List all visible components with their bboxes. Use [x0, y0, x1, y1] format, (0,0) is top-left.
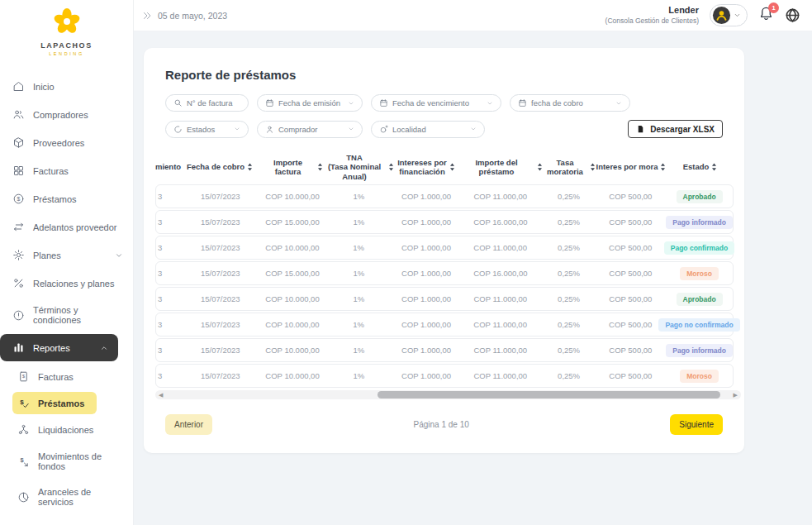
scrollbar-thumb[interactable]: [378, 391, 720, 399]
cell-6: 0,25%: [542, 243, 595, 252]
status-badge: Pago confirmado: [664, 241, 734, 255]
filter-collection-date[interactable]: fecha de cobro: [510, 94, 630, 112]
previous-page-button[interactable]: Anterior: [165, 414, 212, 435]
column-header-8[interactable]: Estado: [667, 162, 734, 171]
table-row[interactable]: 315/07/2023COP 10.000,001%COP 1.000,00CO…: [155, 364, 734, 388]
sidebar-item-reportes-prestamos[interactable]: $Préstamos: [12, 392, 97, 414]
svg-text:$: $: [22, 374, 26, 379]
column-label: Importe factura: [261, 158, 315, 177]
sort-icon: [660, 163, 666, 171]
cell-5: COP 11.000,00: [458, 371, 543, 380]
download-xlsx-button[interactable]: Descargar XLSX: [628, 120, 723, 138]
table-row[interactable]: 315/07/2023COP 10.000,001%COP 1.000,00CO…: [155, 338, 734, 362]
cell-7: COP 500,00: [595, 371, 666, 380]
status-badge: Aprobado: [677, 293, 723, 306]
table-row[interactable]: 315/07/2023COP 10.000,001%COP 1.000,00CO…: [155, 184, 734, 208]
sidebar-item-label: Relaciones y planes: [33, 279, 114, 289]
sidebar-item-reportes[interactable]: Reportes: [0, 334, 118, 361]
cell-3: 1%: [323, 243, 394, 252]
cell-7: COP 500,00: [595, 269, 666, 278]
cell-4: COP 1.000,00: [394, 243, 458, 252]
cell-2: COP 10.000,00: [262, 346, 324, 355]
table-row[interactable]: 315/07/2023COP 10.000,001%COP 1.000,00CO…: [155, 287, 734, 311]
invoice-number-input[interactable]: [187, 98, 240, 107]
sidebar-item-aranceles-de-servicios[interactable]: Aranceles de servicios: [0, 480, 133, 513]
report-loans-icon: $: [17, 397, 30, 409]
user-menu-button[interactable]: [710, 4, 748, 26]
report-invoices-icon: $: [17, 370, 30, 383]
cell-2: COP 10.000,00: [262, 243, 324, 252]
cell-6: 0,25%: [542, 320, 595, 329]
filter-placeholder: Fecha de vencimiento: [392, 98, 469, 107]
sidebar-item-proveedores[interactable]: Proveedores: [0, 130, 133, 155]
cell-5: COP 11.000,00: [458, 192, 543, 201]
cell-6: 0,25%: [543, 371, 596, 380]
column-header-4[interactable]: Intereses porfinanciación: [394, 158, 458, 177]
filter-issue-date[interactable]: Fecha de emisión: [257, 94, 363, 112]
sidebar-item-label: Inicio: [33, 82, 55, 92]
table-row[interactable]: 315/07/2023COP 15.000,001%COP 1.000,00CO…: [155, 210, 734, 234]
language-globe-button[interactable]: [785, 7, 800, 23]
sidebar-item-facturas[interactable]: Facturas: [0, 158, 133, 184]
page-indicator: Página 1 de 10: [212, 420, 670, 429]
column-header-2[interactable]: Importe factura: [261, 158, 323, 177]
sidebar-item-prestamos[interactable]: $Préstamos: [0, 186, 133, 212]
scroll-right-arrow-icon[interactable]: ▶: [734, 392, 738, 398]
filter-due-date[interactable]: Fecha de vencimiento: [371, 94, 501, 112]
app-root: LAPACHOS LENDING InicioCompradoresProvee…: [0, 0, 812, 525]
table-row[interactable]: 315/07/2023COP 10.000,001%COP 1.000,00CO…: [155, 236, 734, 260]
column-header-3[interactable]: TNA(Tasa Nominal Anual): [323, 153, 394, 181]
sidebar-item-terminos-y-condiciones[interactable]: Términos y condiciones: [0, 298, 133, 332]
filter-buyer[interactable]: Comprador: [257, 121, 363, 138]
sidebar-item-relaciones-y-planes[interactable]: Relaciones y planes: [0, 270, 133, 296]
sidebar-item-label: Aranceles de servicios: [38, 487, 123, 507]
horizontal-scrollbar[interactable]: ◀ ▶: [155, 390, 741, 399]
column-header-1[interactable]: Fecha de cobro: [178, 162, 261, 171]
sidebar-item-compradores[interactable]: Compradores: [0, 102, 133, 127]
cell-3: 1%: [323, 371, 394, 380]
page-title: Reporte de préstamos: [165, 68, 723, 82]
sidebar-item-label: Movimientos de fondos: [38, 451, 123, 471]
sidebar-item-movimientos-de-fondos[interactable]: $Movimientos de fondos: [0, 445, 133, 478]
sidebar-item-reportes-facturas[interactable]: $Facturas: [0, 364, 133, 389]
status-badge: Moroso: [680, 370, 719, 383]
cell-estado: Aprobado: [666, 190, 733, 203]
sidebar-item-label: Términos y condiciones: [33, 305, 123, 325]
cell-3: 1%: [323, 269, 394, 278]
cell-estado: Moroso: [666, 267, 733, 280]
settlements-icon: [17, 423, 30, 436]
column-header-7[interactable]: Interes por mora: [596, 162, 667, 171]
cell-0: 3: [156, 217, 179, 227]
cell-estado: Pago no confirmado: [666, 318, 733, 332]
column-header-6[interactable]: Tasa moratoria: [543, 158, 596, 177]
status-badge: Aprobado: [677, 190, 723, 203]
sidebar-item-liquidaciones[interactable]: Liquidaciones: [0, 417, 133, 442]
filter-locality[interactable]: Localidad: [371, 121, 485, 138]
fees-icon: [17, 491, 30, 504]
cell-5: COP 11.000,00: [458, 320, 543, 329]
loans-icon: $: [12, 193, 25, 205]
column-header-5[interactable]: Importe del préstamo: [458, 158, 543, 177]
topbar: 05 de mayo, 2023 Lender (Consola Gestión…: [134, 0, 812, 31]
calendar-icon: [518, 98, 527, 107]
cell-0: 3: [156, 294, 179, 303]
double-chevron-right-icon[interactable]: [142, 11, 152, 21]
scroll-left-arrow-icon[interactable]: ◀: [159, 392, 163, 398]
sort-icon: [590, 163, 596, 171]
sidebar-item-adelantos-proveedor[interactable]: Adelantos proveedor: [0, 214, 133, 240]
cell-2: COP 15.000,00: [262, 269, 324, 278]
filter-invoice-number[interactable]: [165, 94, 249, 112]
relations-icon: [12, 277, 25, 289]
cell-2: COP 10.000,00: [262, 320, 324, 329]
sidebar-item-planes[interactable]: Planes: [0, 242, 133, 268]
table-row[interactable]: 315/07/2023COP 15.000,001%COP 1.000,00CO…: [155, 261, 734, 285]
cell-0: 3: [156, 269, 179, 278]
notifications-button[interactable]: 1: [758, 6, 774, 25]
sidebar-item-inicio[interactable]: Inicio: [0, 74, 133, 99]
chevron-down-icon: [115, 251, 123, 260]
filter-states[interactable]: Estados: [165, 121, 249, 138]
filter-placeholder: Comprador: [278, 125, 318, 134]
table-row[interactable]: 315/07/2023COP 10.000,001%COP 1.000,00CO…: [155, 313, 734, 336]
cell-1: 15/07/2023: [179, 269, 262, 278]
next-page-button[interactable]: Siguiente: [670, 414, 723, 435]
